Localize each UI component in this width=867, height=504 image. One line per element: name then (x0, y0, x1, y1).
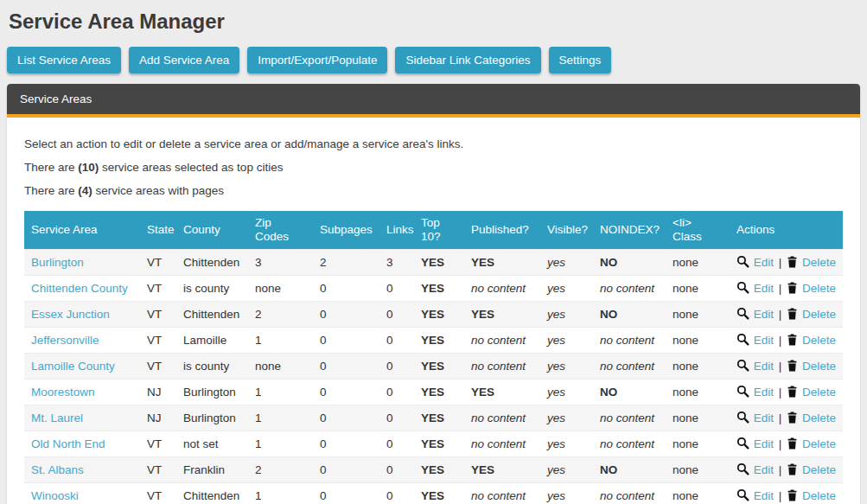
delete-link[interactable]: Delete (802, 437, 836, 450)
cell-noindex: no content (593, 354, 666, 380)
cell-noindex: NO (593, 380, 666, 405)
cell-actions: Edit | Delete (730, 354, 843, 380)
magnifier-icon (736, 359, 749, 372)
service-area-link[interactable]: Moorestown (31, 386, 95, 399)
cell-published: YES (464, 302, 540, 328)
edit-link[interactable]: Edit (754, 308, 774, 321)
trash-icon (787, 308, 798, 320)
nav-button-add-service-area[interactable]: Add Service Area (129, 47, 239, 73)
delete-link[interactable]: Delete (802, 411, 836, 424)
cell-subpages: 0 (313, 354, 379, 380)
column-header-state: State (140, 211, 176, 250)
trash-icon (787, 334, 798, 346)
cell-zip-codes: 1 (248, 380, 313, 405)
cell-visible: yes (540, 431, 593, 457)
cell-links: 0 (379, 276, 414, 302)
cell-county: Franklin (176, 457, 248, 483)
magnifier-icon (736, 333, 749, 346)
cell-visible: yes (540, 276, 593, 302)
cell-noindex: no content (593, 276, 666, 302)
edit-link[interactable]: Edit (754, 334, 774, 347)
cell-published: no content (464, 483, 540, 504)
magnifier-icon (736, 437, 749, 450)
cell-state: VT (140, 250, 176, 276)
cell-top-10: YES (414, 380, 464, 405)
table-row: MoorestownNJBurlington100YESYESyesNOnone… (24, 380, 843, 405)
cell-noindex: no content (593, 328, 666, 354)
magnifier-icon (736, 307, 749, 320)
magnifier-icon (736, 255, 749, 268)
table-row: Essex JunctionVTChittenden200YESYESyesNO… (24, 302, 843, 328)
column-header-actions: Actions (730, 211, 843, 250)
cell-actions: Edit | Delete (730, 380, 843, 405)
edit-link[interactable]: Edit (754, 386, 774, 399)
stat-prefix: There are (24, 161, 78, 174)
edit-link[interactable]: Edit (754, 411, 774, 424)
cell-service-area: Essex Junction (24, 302, 140, 328)
cell-state: VT (140, 457, 176, 483)
delete-link[interactable]: Delete (802, 360, 836, 373)
cell-zip-codes: none (248, 276, 313, 302)
magnifier-icon (736, 463, 749, 475)
table-row: Lamoille CountyVTis countynone00YESno co… (24, 354, 843, 380)
trash-icon (787, 437, 798, 450)
delete-link[interactable]: Delete (802, 489, 836, 502)
nav-button-import-export-populate[interactable]: Import/Export/Populate (247, 47, 387, 73)
cell-county: Chittenden (176, 483, 248, 504)
cell-zip-codes: 1 (248, 431, 313, 457)
cell-top-10: YES (414, 276, 464, 302)
nav-button-settings[interactable]: Settings (549, 47, 612, 73)
stat-prefix: There are (24, 184, 78, 197)
delete-link[interactable]: Delete (802, 256, 836, 269)
column-header-noindex: NOINDEX? (593, 211, 666, 250)
service-area-link[interactable]: St. Albans (31, 463, 84, 476)
cell-links: 0 (379, 328, 414, 354)
cell-subpages: 0 (313, 276, 379, 302)
cell-links: 0 (379, 457, 414, 483)
cell-service-area: Winooski (24, 483, 140, 504)
service-area-link[interactable]: Jeffersonville (31, 334, 99, 347)
nav-button-sidebar-link-categories[interactable]: Sidebar Link Categories (395, 47, 540, 73)
delete-link[interactable]: Delete (802, 463, 836, 476)
action-separator: | (774, 308, 787, 321)
cell-state: NJ (140, 405, 176, 431)
action-separator: | (774, 334, 787, 347)
edit-link[interactable]: Edit (754, 282, 774, 295)
cell-top-10: YES (414, 483, 464, 504)
cell-subpages: 0 (313, 405, 379, 431)
action-separator: | (774, 386, 787, 399)
cell-top-10: YES (414, 405, 464, 431)
service-area-link[interactable]: Burlington (31, 256, 84, 269)
cell-li-class: none (666, 302, 730, 328)
cell-published: no content (464, 354, 540, 380)
service-area-manager-page: Service Area Manager List Service AreasA… (0, 0, 867, 504)
delete-link[interactable]: Delete (802, 386, 836, 399)
cell-actions: Edit | Delete (730, 457, 843, 483)
stat-suffix: service areas with pages (92, 184, 224, 197)
service-area-link[interactable]: Lamoille County (31, 360, 115, 373)
service-area-link[interactable]: Old North End (31, 437, 105, 450)
cell-visible: yes (540, 250, 593, 276)
delete-link[interactable]: Delete (802, 334, 836, 347)
service-area-link[interactable]: Essex Junction (31, 308, 110, 321)
cell-visible: yes (540, 302, 593, 328)
service-area-link[interactable]: Winooski (31, 489, 79, 502)
column-header-published: Published? (464, 211, 540, 250)
cell-published: no content (464, 405, 540, 431)
cell-li-class: none (666, 380, 730, 405)
edit-link[interactable]: Edit (754, 463, 774, 476)
service-area-link[interactable]: Chittenden County (31, 282, 128, 295)
nav-buttons: List Service AreasAdd Service AreaImport… (7, 47, 860, 73)
edit-link[interactable]: Edit (754, 437, 774, 450)
pages-stat: There are (4) service areas with pages (24, 184, 843, 198)
table-row: Old North EndVTnot set100YESno contentye… (24, 431, 843, 457)
cell-zip-codes: 1 (248, 405, 313, 431)
edit-link[interactable]: Edit (754, 489, 774, 502)
delete-link[interactable]: Delete (802, 308, 836, 321)
edit-link[interactable]: Edit (754, 360, 774, 373)
cell-subpages: 0 (313, 483, 379, 504)
nav-button-list-service-areas[interactable]: List Service Areas (7, 47, 121, 73)
service-area-link[interactable]: Mt. Laurel (31, 411, 83, 424)
edit-link[interactable]: Edit (754, 256, 774, 269)
delete-link[interactable]: Delete (802, 282, 836, 295)
